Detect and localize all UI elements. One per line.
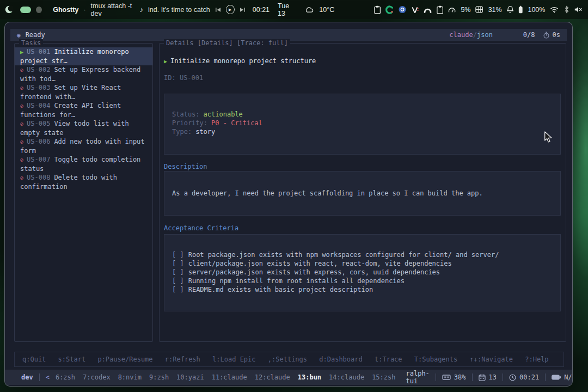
window-title-menu-item[interactable]: tmux attach -t dev bbox=[91, 2, 140, 17]
play-pause-button[interactable]: ▶ bbox=[226, 5, 235, 14]
tmux-stats: 38% 13 00:21 N/A% bbox=[430, 373, 573, 381]
next-track-button[interactable] bbox=[240, 7, 246, 13]
criteria-text: Root package.json exists with npm worksp… bbox=[188, 251, 499, 259]
battery-stat: N/A% bbox=[552, 373, 573, 381]
criteria-text: client/package.json exists with react, r… bbox=[188, 260, 452, 267]
battery-percent[interactable]: 100% bbox=[528, 6, 545, 14]
tmux-window[interactable]: 11:claude bbox=[212, 373, 247, 381]
tmux-window-active[interactable]: 13:bun bbox=[298, 373, 321, 381]
checkbox-icon[interactable]: [ ] bbox=[172, 251, 184, 259]
stopwatch-icon bbox=[543, 32, 549, 39]
blocked-icon: ⊘ bbox=[20, 85, 23, 91]
menubar-separator: · bbox=[83, 6, 85, 14]
checkbox-icon[interactable]: [ ] bbox=[172, 286, 184, 293]
grid-icon[interactable] bbox=[475, 6, 483, 13]
clipboard-icon[interactable] bbox=[374, 5, 381, 14]
acceptance-criteria-header: Acceptance Criteria bbox=[164, 224, 238, 232]
terminal-window: ◉ Ready claude / json 0/8 0s Tasks ▶US-0… bbox=[4, 22, 573, 387]
task-item[interactable]: ⊘US-003Set up Vite React frontend with… bbox=[15, 83, 152, 101]
menubar-date[interactable]: Tue 13 bbox=[278, 2, 297, 17]
music-note-icon: ♪ bbox=[140, 5, 144, 14]
criteria-item: [ ]server/package.json exists with expre… bbox=[172, 268, 560, 277]
v-app-icon[interactable] bbox=[412, 6, 419, 14]
tmux-window[interactable]: 7:codex bbox=[83, 373, 111, 381]
battery-value: N/A% bbox=[564, 373, 573, 381]
criteria-item: [ ]client/package.json exists with react… bbox=[172, 259, 560, 268]
tmux-window[interactable]: 12:claude bbox=[255, 373, 290, 381]
blocked-icon: ⊘ bbox=[20, 175, 23, 181]
temperature-value[interactable]: 10°C bbox=[319, 6, 334, 14]
previous-track-button[interactable] bbox=[215, 7, 221, 13]
volume-muted-icon[interactable] bbox=[574, 6, 583, 13]
detail-id: ID: US-001 bbox=[164, 74, 203, 82]
bluetooth-icon[interactable] bbox=[564, 5, 569, 14]
keybind-navigate: ↑↓:Navigate bbox=[470, 356, 513, 363]
task-item[interactable]: ⊘US-007Toggle todo completion status bbox=[15, 155, 152, 173]
type-value: story bbox=[195, 128, 215, 136]
tmux-window[interactable]: 14:claude bbox=[329, 373, 364, 381]
criteria-text: Running npm install from root installs a… bbox=[188, 277, 405, 285]
status-card: Status:actionable Priority:P0 - Critical… bbox=[164, 94, 561, 155]
tmux-separator bbox=[472, 373, 473, 381]
menu-bar: Ghostty · tmux attach -t dev ♪ ind. It's… bbox=[0, 0, 588, 19]
tmux-directory: ralph-tui bbox=[406, 370, 430, 385]
gauge-percent[interactable]: 5% bbox=[461, 6, 470, 14]
task-id: US-005 bbox=[27, 120, 50, 127]
tmux-separator bbox=[39, 373, 40, 381]
output-format: json bbox=[477, 31, 493, 39]
tmux-separator bbox=[436, 373, 436, 381]
description-card: As a developer, I need the project scaff… bbox=[164, 171, 561, 216]
weather-cloud-icon bbox=[304, 6, 314, 13]
now-playing-text[interactable]: ind. It's time to catch bbox=[148, 6, 210, 14]
task-id: US-006 bbox=[27, 138, 50, 145]
tmux-window[interactable]: 10:yazi bbox=[176, 373, 204, 381]
checkbox-icon[interactable]: [ ] bbox=[172, 260, 184, 267]
keybind-dashboard: d:Dashboard bbox=[319, 356, 362, 363]
criteria-item: [ ]Root package.json exists with npm wor… bbox=[172, 250, 560, 259]
active-app-name[interactable]: Ghostty bbox=[53, 6, 78, 14]
menubar-pill-indicator[interactable] bbox=[20, 7, 31, 13]
task-item[interactable]: ⊘US-004Create API client functions for… bbox=[15, 101, 152, 119]
tmux-separator bbox=[503, 373, 503, 381]
task-item[interactable]: ▶US-001Initialize monorepo project str… bbox=[15, 47, 152, 65]
tmux-window[interactable]: 6:zsh bbox=[56, 373, 75, 381]
date-value: 13 bbox=[489, 373, 497, 381]
checkbox-icon[interactable]: [ ] bbox=[172, 268, 184, 276]
tmux-window[interactable]: 15:zsh bbox=[372, 373, 395, 381]
description-header: Description bbox=[164, 162, 207, 171]
details-panel-title: Details [Details] [Trace: full] bbox=[164, 39, 290, 47]
clipboard-icon[interactable] bbox=[437, 5, 443, 14]
play-icon: ▶ bbox=[20, 49, 23, 55]
desktop: Ghostty · tmux attach -t dev ♪ ind. It's… bbox=[0, 0, 588, 392]
gauge-icon[interactable] bbox=[448, 6, 456, 13]
clock-stat: 00:21 bbox=[509, 373, 539, 381]
elapsed-time: 0s bbox=[553, 31, 560, 39]
status-value: actionable bbox=[204, 111, 243, 118]
tmux-window[interactable]: 8:nvim bbox=[118, 373, 142, 381]
menubar-logo-icon[interactable] bbox=[5, 5, 13, 14]
play-icon: ▶ bbox=[164, 58, 167, 64]
menubar-dot-indicator[interactable] bbox=[36, 7, 42, 13]
onepassword-icon[interactable] bbox=[399, 5, 406, 14]
tmux-session-name[interactable]: dev bbox=[21, 373, 33, 381]
status-row: Status:actionable bbox=[172, 110, 560, 119]
grid-percent[interactable]: 31% bbox=[488, 6, 502, 14]
status-text: Ready bbox=[26, 31, 45, 39]
wifi-icon[interactable] bbox=[550, 7, 559, 13]
task-item[interactable]: ⊘US-002Set up Express backend with tod… bbox=[15, 65, 152, 83]
battery-icon[interactable] bbox=[518, 5, 523, 14]
bell-icon[interactable] bbox=[507, 5, 513, 14]
checkbox-icon[interactable]: [ ] bbox=[172, 277, 184, 285]
arc-icon[interactable] bbox=[424, 7, 432, 13]
memory-value: 38% bbox=[454, 373, 466, 381]
tmux-window[interactable]: 9:zsh bbox=[149, 373, 169, 381]
task-item[interactable]: ⊘US-008Delete todo with confirmation bbox=[15, 173, 152, 191]
task-item[interactable]: ⊘US-006Add new todo with input form bbox=[15, 137, 152, 155]
model-format-separator: / bbox=[473, 31, 477, 39]
mouse-cursor bbox=[544, 131, 552, 143]
claude-icon[interactable] bbox=[385, 5, 394, 14]
criteria-item: [ ]Running npm install from root install… bbox=[172, 277, 560, 285]
battery-icon bbox=[552, 375, 561, 380]
task-item[interactable]: ⊘US-005View todo list with empty state bbox=[15, 119, 152, 137]
clock-value: 00:21 bbox=[519, 373, 539, 381]
